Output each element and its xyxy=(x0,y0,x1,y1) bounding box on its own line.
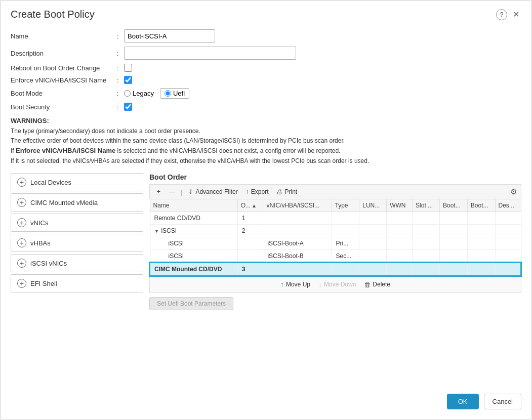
trash-icon: 🗑 xyxy=(364,281,371,288)
row-name: CIMC Mounted CD/DVD xyxy=(150,263,237,276)
desc-input[interactable] xyxy=(124,47,296,60)
reboot-label: Reboot on Boot Order Change xyxy=(11,64,117,72)
boot-toolbar: + — | ⇃ Advanced Filter ↑ Export 🖨 Print… xyxy=(149,184,521,199)
export-icon: ↑ xyxy=(246,188,249,195)
table-row[interactable]: Remote CD/DVD 1 xyxy=(150,212,521,225)
uefi-text: Uefi xyxy=(173,90,185,97)
desc-label: Description xyxy=(11,50,117,57)
table-header-row: Name O... ▲ vNIC/vHBA/iSCSI... Type LUN.… xyxy=(150,199,521,212)
enforce-checkbox[interactable] xyxy=(124,76,132,84)
create-boot-policy-dialog: Create Boot Policy ? ✕ Name : Descriptio… xyxy=(0,0,532,420)
vhbas-label: vHBAs xyxy=(30,239,51,247)
radio-uefi-label[interactable]: Uefi xyxy=(160,88,189,99)
print-icon: 🖨 xyxy=(276,188,282,195)
settings-icon[interactable]: ⚙ xyxy=(510,187,517,196)
col-name: Name xyxy=(150,199,237,212)
move-down-arrow-icon: ↓ xyxy=(318,280,322,288)
col-desc: Des... xyxy=(495,199,521,212)
reboot-checkbox[interactable] xyxy=(124,64,132,72)
legacy-text: Legacy xyxy=(133,90,154,97)
table-row[interactable]: iSCSI iSCSI-Boot-B Sec... xyxy=(150,250,521,263)
enforce-label: Enforce vNIC/vHBA/iSCSI Name xyxy=(11,76,117,84)
advanced-filter-button[interactable]: ⇃ Advanced Filter xyxy=(185,187,240,196)
radio-uefi[interactable] xyxy=(165,90,171,97)
table-row[interactable]: CIMC Mounted CD/DVD 3 xyxy=(150,263,521,276)
set-uefi-params-button[interactable]: Set Uefi Boot Parameters xyxy=(149,297,233,310)
efi-shell-label: EFI Shell xyxy=(30,280,57,287)
move-up-arrow-icon: ↑ xyxy=(280,280,284,288)
col-wwn: WWN xyxy=(387,199,413,212)
vnics-label: vNICs xyxy=(30,219,48,227)
boot-mode-label: Boot Mode xyxy=(11,90,117,97)
name-row: Name : xyxy=(11,29,521,43)
ok-button[interactable]: OK xyxy=(447,394,479,409)
row-order: 1 xyxy=(237,212,263,225)
boot-mode-row: Boot Mode : Legacy Uefi xyxy=(11,88,521,99)
row-name: ▼ iSCSI xyxy=(150,225,237,237)
plus-icon-vnics: + xyxy=(17,218,26,227)
warnings-section: WARNINGS: The type (primary/secondary) d… xyxy=(11,116,521,166)
radio-legacy-label[interactable]: Legacy xyxy=(124,90,154,97)
plus-icon-cimc-vmedia: + xyxy=(17,198,26,207)
dialog-title: Create Boot Policy xyxy=(11,9,95,20)
boot-order-title: Boot Order xyxy=(149,173,521,181)
col-order[interactable]: O... ▲ xyxy=(237,199,263,212)
plus-icon-local-devices: + xyxy=(17,178,26,187)
name-input[interactable] xyxy=(124,29,215,43)
bottom-area: + Local Devices + CIMC Mounted vMedia + … xyxy=(11,173,521,310)
row-vnic: iSCSI-Boot-A xyxy=(263,237,332,250)
row-order: 3 xyxy=(237,263,263,276)
export-button[interactable]: ↑ Export xyxy=(243,187,272,196)
expand-arrow-icon: ▼ xyxy=(154,228,159,234)
col-type: Type xyxy=(332,199,359,212)
plus-icon-vhbas: + xyxy=(17,238,26,247)
table-row[interactable]: iSCSI iSCSI-Boot-A Pri... xyxy=(150,237,521,250)
help-button[interactable]: ? xyxy=(496,9,507,20)
name-label: Name xyxy=(11,32,117,40)
local-devices-label: Local Devices xyxy=(30,179,71,186)
row-name: Remote CD/DVD xyxy=(150,212,237,225)
sidebar-item-cimc-vmedia[interactable]: + CIMC Mounted vMedia xyxy=(11,193,143,212)
sidebar-item-vnics[interactable]: + vNICs xyxy=(11,214,143,232)
delete-button[interactable]: 🗑 Delete xyxy=(364,281,390,288)
warning-line-3: If Enforce vNIC/vHBA/iSCSI Name is selec… xyxy=(11,147,340,154)
sort-arrow-icon: ▲ xyxy=(252,203,257,208)
description-row: Description : xyxy=(11,47,521,60)
print-button[interactable]: 🖨 Print xyxy=(273,187,300,196)
sidebar-item-vhbas[interactable]: + vHBAs xyxy=(11,234,143,252)
sidebar-item-efi-shell[interactable]: + EFI Shell xyxy=(11,274,143,292)
sidebar-item-iscsi-vnics[interactable]: + iSCSI vNICs xyxy=(11,254,143,272)
row-name: iSCSI xyxy=(150,250,237,263)
boot-security-checkbox[interactable] xyxy=(124,103,132,111)
boot-order-panel: Boot Order + — | ⇃ Advanced Filter ↑ Exp… xyxy=(149,173,521,310)
reboot-row: Reboot on Boot Order Change : xyxy=(11,64,521,72)
row-name: iSCSI xyxy=(150,237,237,250)
filter-icon: ⇃ xyxy=(188,188,193,195)
remove-row-button[interactable]: — xyxy=(166,187,178,196)
plus-icon-iscsi-vnics: + xyxy=(17,259,26,268)
header-icons: ? ✕ xyxy=(496,9,521,20)
iscsi-vnics-label: iSCSI vNICs xyxy=(30,260,67,267)
cancel-button[interactable]: Cancel xyxy=(484,394,521,409)
warning-line-4: If it is not selected, the vNICs/vHBAs a… xyxy=(11,157,369,164)
row-type: Pri... xyxy=(332,237,359,250)
sidebar-item-local-devices[interactable]: + Local Devices xyxy=(11,173,143,191)
warnings-title: WARNINGS: xyxy=(11,117,49,124)
boot-mode-group: Legacy Uefi xyxy=(124,88,189,99)
warning-line-1: The type (primary/secondary) does not in… xyxy=(11,128,200,135)
enforce-row: Enforce vNIC/vHBA/iSCSI Name : xyxy=(11,76,521,84)
row-type: Sec... xyxy=(332,250,359,263)
table-row[interactable]: ▼ iSCSI 2 xyxy=(150,225,521,237)
add-row-button[interactable]: + xyxy=(154,187,163,196)
radio-legacy[interactable] xyxy=(124,90,131,97)
move-down-button[interactable]: ↓ Move Down xyxy=(318,280,356,288)
dialog-header: Create Boot Policy ? ✕ xyxy=(11,9,521,20)
col-boot1: Boot... xyxy=(440,199,468,212)
row-vnic: iSCSI-Boot-B xyxy=(263,250,332,263)
col-boot2: Boot... xyxy=(467,199,495,212)
boot-order-table: Name O... ▲ vNIC/vHBA/iSCSI... Type LUN.… xyxy=(149,199,521,276)
col-vnic: vNIC/vHBA/iSCSI... xyxy=(263,199,332,212)
close-button[interactable]: ✕ xyxy=(510,9,521,20)
move-up-button[interactable]: ↑ Move Up xyxy=(280,280,310,288)
row-order: 2 xyxy=(237,225,263,237)
